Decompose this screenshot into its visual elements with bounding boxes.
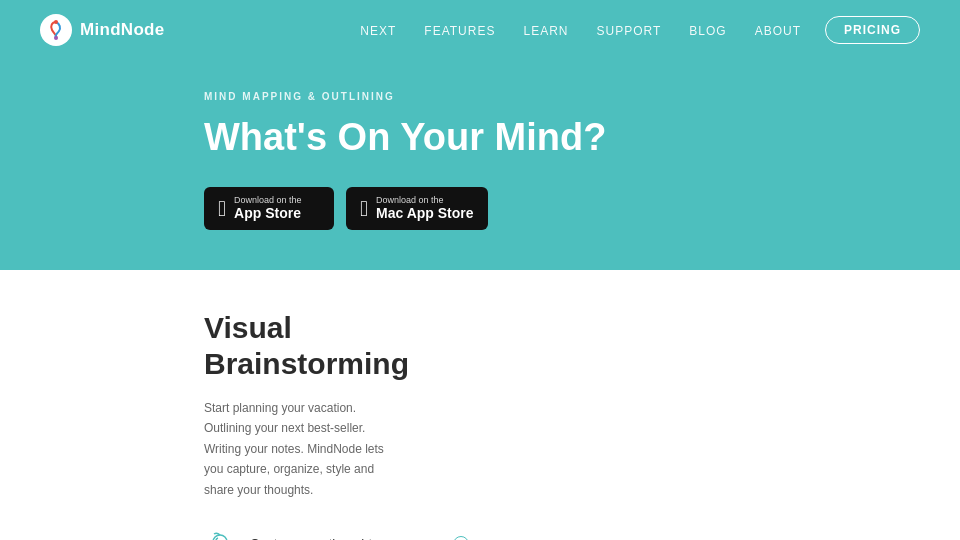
- nav-item-learn[interactable]: LEARN: [523, 21, 568, 39]
- feature-item-capture[interactable]: Capture your thoughts: [204, 528, 469, 540]
- hero-subtitle: MIND MAPPING & OUTLINING: [204, 91, 606, 102]
- svg-point-1: [54, 36, 58, 40]
- hero-title: What's On Your Mind?: [204, 116, 606, 160]
- feature-radio-capture[interactable]: [453, 536, 469, 540]
- pricing-button[interactable]: PRICING: [825, 16, 920, 44]
- navbar: MindNode NEXT FEATURES LEARN SUPPORT BLO…: [0, 0, 960, 60]
- brainstorming-section: Visual Brainstorming Start planning your…: [204, 310, 469, 540]
- svg-point-2: [213, 535, 227, 540]
- main-section: Visual Brainstorming Start planning your…: [0, 270, 960, 540]
- nav-item-features[interactable]: FEATURES: [424, 21, 495, 39]
- svg-point-0: [54, 20, 58, 24]
- apple-icon: : [218, 198, 226, 220]
- mac-btn-text: Download on the Mac App Store: [376, 195, 474, 222]
- apple-icon-mac: : [360, 198, 368, 220]
- section-title: Visual Brainstorming: [204, 310, 469, 382]
- logo-icon: [40, 14, 72, 46]
- ios-btn-text: Download on the App Store: [234, 195, 302, 222]
- capture-icon: [204, 528, 236, 540]
- nav-item-next[interactable]: NEXT: [360, 21, 396, 39]
- feature-label-capture: Capture your thoughts: [250, 536, 379, 540]
- download-ios-button[interactable]:  Download on the App Store: [204, 187, 334, 230]
- nav-item-about[interactable]: ABOUT: [755, 21, 801, 39]
- nav-links: NEXT FEATURES LEARN SUPPORT BLOG ABOUT: [360, 21, 801, 39]
- feature-list: Capture your thoughts: [204, 528, 469, 540]
- download-mac-button[interactable]:  Download on the Mac App Store: [346, 187, 488, 230]
- logo-text: MindNode: [80, 20, 165, 40]
- nav-item-support[interactable]: SUPPORT: [596, 21, 661, 39]
- logo[interactable]: MindNode: [40, 14, 165, 46]
- section-description: Start planning your vacation. Outlining …: [204, 398, 404, 500]
- download-buttons:  Download on the App Store  Download o…: [204, 187, 606, 230]
- nav-item-blog[interactable]: BLOG: [689, 21, 726, 39]
